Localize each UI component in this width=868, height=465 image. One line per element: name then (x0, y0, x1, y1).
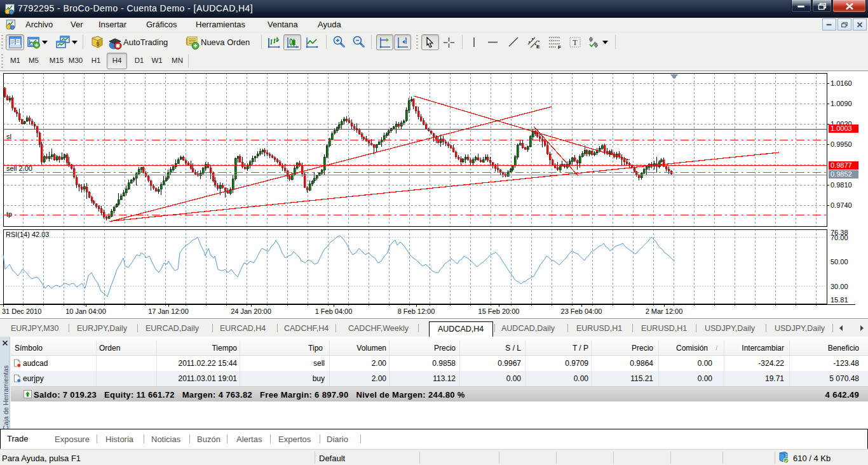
svg-text:5: 5 (96, 41, 99, 47)
svg-text:1.0003: 1.0003 (831, 125, 852, 132)
svg-text:2 Mar 12:00: 2 Mar 12:00 (646, 307, 683, 315)
svg-text:24 Jan 20:00: 24 Jan 20:00 (231, 307, 271, 315)
svg-text:15 Feb 20:00: 15 Feb 20:00 (478, 307, 520, 315)
svg-text:10 Jan 04:00: 10 Jan 04:00 (65, 307, 106, 315)
svg-text:0.9810: 0.9810 (831, 181, 852, 189)
svg-text:70.00: 70.00 (831, 234, 848, 241)
svg-text:sell 2.00: sell 2.00 (6, 165, 32, 172)
svg-text:RSI(14) 42.03: RSI(14) 42.03 (6, 231, 49, 238)
svg-text:31 Dec 2010: 31 Dec 2010 (2, 307, 41, 315)
svg-text:tp: tp (6, 210, 12, 218)
svg-text:sl: sl (6, 133, 11, 140)
svg-text:0.9852: 0.9852 (831, 170, 852, 178)
svg-text:15.81: 15.81 (831, 296, 848, 304)
svg-text:E: E (536, 44, 540, 50)
svg-text:1 Feb 04:00: 1 Feb 04:00 (315, 307, 353, 315)
svg-text:0.9950: 0.9950 (831, 140, 852, 148)
svg-text:17 Jan 12:00: 17 Jan 12:00 (148, 307, 189, 315)
svg-text:1.0160: 1.0160 (831, 79, 852, 87)
svg-text:23 Feb 04:00: 23 Feb 04:00 (561, 307, 602, 315)
svg-text:1.0090: 1.0090 (831, 100, 852, 107)
svg-text:0.9877: 0.9877 (831, 161, 852, 169)
svg-text:T: T (573, 38, 578, 47)
svg-text:8 Feb 12:00: 8 Feb 12:00 (398, 307, 435, 315)
svg-text:0.9740: 0.9740 (831, 201, 852, 209)
svg-text:50.00: 50.00 (831, 258, 848, 266)
svg-text:F: F (558, 44, 561, 50)
svg-text:30.00: 30.00 (831, 283, 848, 290)
